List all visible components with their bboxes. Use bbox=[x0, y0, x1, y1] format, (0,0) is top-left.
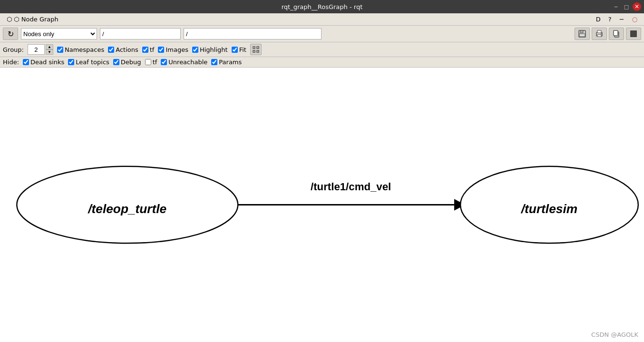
params-label: Params bbox=[219, 59, 242, 66]
d-menu[interactable]: D bbox=[592, 15, 605, 24]
maximize-button[interactable]: □ bbox=[622, 2, 631, 11]
unreachable-checkbox-label[interactable]: Unreachable bbox=[161, 59, 207, 66]
graph-area[interactable]: /teleop_turtle /turtle1/cmd_vel /turtles… bbox=[0, 68, 644, 342]
group-increment[interactable]: ▲ bbox=[46, 44, 53, 49]
edge-label: /turtle1/cmd_vel bbox=[311, 181, 391, 193]
actions-label: Actions bbox=[116, 46, 138, 53]
group-value-input[interactable] bbox=[28, 44, 45, 55]
group-spin: ▲ ▼ bbox=[28, 44, 53, 55]
svg-rect-1 bbox=[580, 30, 583, 33]
params-checkbox[interactable] bbox=[211, 59, 217, 65]
filter1-input[interactable] bbox=[100, 28, 181, 39]
group-label: Group: bbox=[3, 46, 24, 53]
leaf-topics-checkbox[interactable] bbox=[68, 59, 74, 65]
toolbar-row3: Hide: Dead sinks Leaf topics Debug tf Un… bbox=[0, 57, 644, 68]
window-title: rqt_graph__RosGraph - rqt bbox=[282, 3, 363, 10]
debug-checkbox[interactable] bbox=[113, 59, 119, 65]
group-decrement[interactable]: ▼ bbox=[46, 49, 53, 55]
svg-rect-10 bbox=[253, 47, 255, 49]
namespaces-checkbox-label[interactable]: Namespaces bbox=[57, 46, 104, 53]
main-content: ⬡ ⬡ Node Graph D ? − ○ ↻ Nodes only Node… bbox=[0, 13, 644, 342]
toolbar-row1: ↻ Nodes only Nodes/Topics (all) Nodes/To… bbox=[0, 26, 644, 42]
highlight-checkbox-label[interactable]: Highlight bbox=[192, 46, 228, 53]
minimize-button[interactable]: − bbox=[612, 2, 620, 11]
close-button[interactable]: ✕ bbox=[633, 2, 641, 11]
namespaces-checkbox[interactable] bbox=[57, 47, 63, 53]
leaf-topics-label: Leaf topics bbox=[76, 59, 109, 66]
svg-rect-9 bbox=[630, 30, 637, 37]
leaf-topics-checkbox-label[interactable]: Leaf topics bbox=[68, 59, 109, 66]
debug-checkbox-label[interactable]: Debug bbox=[113, 59, 141, 66]
highlight-checkbox[interactable] bbox=[192, 47, 198, 53]
graph-svg: /teleop_turtle /turtle1/cmd_vel /turtles… bbox=[0, 68, 644, 342]
unreachable-checkbox[interactable] bbox=[161, 59, 167, 65]
dead-sinks-checkbox[interactable] bbox=[23, 59, 29, 65]
svg-rect-4 bbox=[597, 30, 601, 33]
fit-action-button[interactable] bbox=[250, 44, 262, 55]
fit-checkbox[interactable] bbox=[232, 47, 238, 53]
fit-label: Fit bbox=[239, 46, 246, 53]
node1-label: /teleop_turtle bbox=[88, 202, 166, 216]
images-checkbox-label[interactable]: Images bbox=[158, 46, 188, 53]
print-button[interactable] bbox=[592, 28, 607, 40]
tf-label-row3: tf bbox=[153, 59, 157, 66]
tf-checkbox-label-row2[interactable]: tf bbox=[142, 46, 155, 53]
svg-rect-8 bbox=[614, 30, 618, 36]
fit-checkbox-label[interactable]: Fit bbox=[232, 46, 246, 53]
toolbar-row2: Group: ▲ ▼ Namespaces Actions tf Images … bbox=[0, 42, 644, 57]
node-graph-menu[interactable]: ⬡ ⬡ Node Graph bbox=[3, 15, 62, 24]
menu-bar: ⬡ ⬡ Node Graph D ? − ○ bbox=[0, 13, 644, 26]
circle-menu[interactable]: ○ bbox=[628, 15, 641, 24]
right-toolbar bbox=[575, 28, 641, 40]
copy-icon bbox=[612, 29, 621, 38]
display-mode-select[interactable]: Nodes only Nodes/Topics (all) Nodes/Topi… bbox=[21, 28, 97, 39]
filter2-input[interactable] bbox=[184, 28, 322, 39]
dash-menu[interactable]: − bbox=[615, 15, 628, 24]
svg-rect-12 bbox=[253, 50, 255, 52]
tf-checkbox-row2[interactable] bbox=[142, 47, 148, 53]
save-icon bbox=[578, 29, 586, 38]
node-graph-label: ⬡ Node Graph bbox=[14, 16, 58, 23]
help-menu[interactable]: ? bbox=[605, 15, 615, 24]
unreachable-label: Unreachable bbox=[168, 59, 207, 66]
svg-rect-2 bbox=[579, 34, 585, 37]
theme-button[interactable] bbox=[626, 28, 641, 40]
theme-icon bbox=[629, 29, 638, 38]
highlight-label: Highlight bbox=[200, 46, 228, 53]
svg-rect-13 bbox=[257, 50, 259, 52]
images-checkbox[interactable] bbox=[158, 47, 164, 53]
namespaces-label: Namespaces bbox=[65, 46, 104, 53]
title-bar: rqt_graph__RosGraph - rqt − □ ✕ bbox=[0, 0, 644, 13]
hide-label: Hide: bbox=[3, 59, 19, 66]
svg-rect-11 bbox=[257, 47, 259, 49]
dead-sinks-checkbox-label[interactable]: Dead sinks bbox=[23, 59, 64, 66]
copy-button[interactable] bbox=[609, 28, 624, 40]
tf-checkbox-label-row3[interactable]: tf bbox=[145, 59, 157, 66]
tf-checkbox-row3[interactable] bbox=[145, 59, 151, 65]
print-icon bbox=[595, 29, 604, 38]
save-button[interactable] bbox=[575, 28, 590, 40]
title-bar-controls: − □ ✕ bbox=[612, 2, 641, 11]
group-spin-buttons: ▲ ▼ bbox=[46, 44, 53, 55]
debug-label: Debug bbox=[121, 59, 141, 66]
images-label: Images bbox=[166, 46, 188, 53]
dead-sinks-label: Dead sinks bbox=[30, 59, 64, 66]
watermark: CSDN @AGOLK bbox=[591, 331, 638, 338]
tf-label-row2: tf bbox=[150, 46, 155, 53]
svg-point-6 bbox=[601, 33, 602, 34]
actions-checkbox-label[interactable]: Actions bbox=[108, 46, 138, 53]
params-checkbox-label[interactable]: Params bbox=[211, 59, 242, 66]
node2-label: /turtlesim bbox=[521, 202, 577, 216]
refresh-button[interactable]: ↻ bbox=[3, 28, 18, 40]
actions-checkbox[interactable] bbox=[108, 47, 114, 53]
node-graph-icon: ⬡ bbox=[7, 16, 12, 23]
svg-rect-5 bbox=[597, 35, 601, 37]
fit-icon bbox=[253, 46, 259, 53]
